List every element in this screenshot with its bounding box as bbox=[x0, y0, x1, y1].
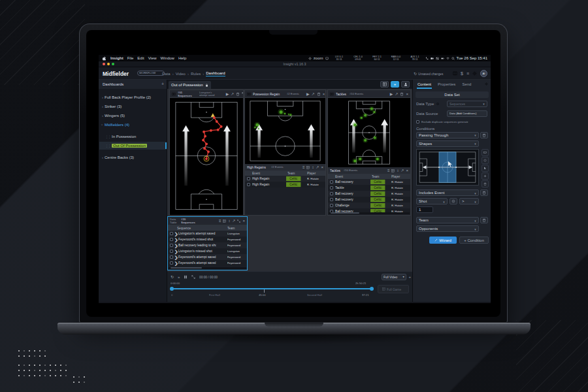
row-checkbox[interactable] bbox=[330, 204, 333, 207]
grid-view-button[interactable] bbox=[380, 81, 389, 88]
table-row[interactable]: High RegainCelticR. Hatate bbox=[245, 182, 325, 188]
fullscreen-icon[interactable] bbox=[191, 275, 195, 279]
full-game-button[interactable]: Full Game bbox=[378, 285, 409, 293]
timeline-track[interactable] bbox=[172, 288, 372, 289]
exclude-duplicates-checkbox[interactable] bbox=[416, 120, 419, 123]
sequence-row[interactable]: ›Livingston's attempt savedLivingston bbox=[168, 231, 247, 237]
sequence-row[interactable]: ›Feyenoord's attempt savedFeyenoord bbox=[168, 254, 247, 260]
tab-data-table[interactable]: DataTable bbox=[170, 218, 176, 224]
tab-content[interactable]: Content bbox=[417, 80, 432, 89]
menu-icon[interactable]: ≡ bbox=[387, 169, 390, 172]
menubar-menu-view[interactable]: View bbox=[148, 56, 157, 60]
table-row[interactable]: Ball recoveryCelticR. Hatate bbox=[328, 179, 410, 185]
sort-icon[interactable]: ↕ bbox=[228, 219, 230, 223]
share-icon[interactable]: ↗ bbox=[395, 92, 398, 96]
menubar-menu-file[interactable]: File bbox=[127, 56, 134, 60]
operator-select[interactable]: >▾ bbox=[459, 198, 479, 204]
menu-icon[interactable]: ≡ bbox=[302, 165, 305, 169]
grid-icon[interactable] bbox=[306, 166, 310, 169]
breadcrumb-data[interactable]: Data bbox=[162, 72, 171, 76]
row-checkbox[interactable] bbox=[170, 250, 173, 253]
timeline-handle-start[interactable] bbox=[170, 287, 174, 291]
sidebar-item-full-back-player-profile-2-[interactable]: ›Full Back Player Profile (2) bbox=[99, 93, 167, 101]
opponents-select[interactable]: Opponents▾ bbox=[416, 225, 479, 232]
window-titlebar[interactable]: Insight v1.16.3 bbox=[99, 61, 491, 67]
row-checkbox[interactable] bbox=[247, 183, 250, 186]
table-row[interactable]: Ball recoveryCelticR. Hatate bbox=[328, 191, 410, 197]
sidebar-item-wingers-5-[interactable]: ›Wingers (5) bbox=[99, 112, 167, 120]
sidebar-item-out-of-possession[interactable]: ⋮⋮Out Of Possession bbox=[99, 142, 167, 150]
menu-icon[interactable]: ≡ bbox=[219, 219, 221, 223]
grid-icon[interactable] bbox=[391, 169, 395, 172]
close-icon[interactable]: × bbox=[242, 219, 245, 223]
passing-through-select[interactable]: Passing Through▾ bbox=[416, 132, 479, 139]
row-expander[interactable]: › bbox=[174, 237, 178, 242]
info-icon[interactable] bbox=[436, 103, 439, 105]
sequence-row[interactable]: ›Feyenoord's missed shotFeyenoord bbox=[168, 237, 247, 242]
horizontal-scrollbar[interactable] bbox=[169, 267, 246, 269]
sequence-row[interactable]: ›Ball recovery leading to shotFeyenoord bbox=[168, 242, 247, 248]
add-condition-button[interactable]: + Condition bbox=[459, 237, 489, 244]
gear-icon[interactable] bbox=[308, 57, 312, 60]
delete-condition-button[interactable] bbox=[480, 189, 488, 196]
close-icon[interactable]: × bbox=[406, 169, 408, 172]
assign-button[interactable] bbox=[401, 81, 410, 88]
menubar-menu-edit[interactable]: Edit bbox=[137, 56, 144, 60]
menubar-menu-help[interactable]: Help bbox=[178, 56, 186, 60]
row-expander[interactable]: › bbox=[174, 248, 178, 254]
tackles-pitch[interactable] bbox=[328, 98, 410, 167]
search-icon[interactable] bbox=[451, 57, 455, 60]
share-icon[interactable]: ↗ bbox=[316, 165, 319, 169]
grid-icon[interactable] bbox=[223, 220, 226, 223]
delete-condition-button[interactable] bbox=[480, 217, 488, 223]
panel-options-icon[interactable] bbox=[485, 82, 488, 86]
add-dashboard-button[interactable]: + bbox=[161, 82, 164, 86]
row-checkbox[interactable] bbox=[330, 180, 333, 184]
list-icon[interactable]: ≡ bbox=[466, 71, 469, 76]
sequence-pitch[interactable] bbox=[170, 98, 243, 215]
row-expander[interactable]: › bbox=[174, 260, 178, 266]
tab-out-of-possession[interactable]: Out of Possession bbox=[169, 81, 211, 89]
menubar-menu-window[interactable]: Window bbox=[161, 56, 174, 60]
event-target-button[interactable] bbox=[449, 198, 457, 204]
toggles-icon[interactable] bbox=[436, 57, 439, 60]
tab-sequences-count[interactable]: #20Sequences bbox=[181, 218, 195, 224]
breadcrumb-dashboard[interactable]: Dashboard bbox=[206, 71, 225, 76]
circle-tool-button[interactable] bbox=[482, 157, 489, 164]
row-checkbox[interactable] bbox=[330, 192, 333, 195]
panel-data-table[interactable]: DataTable #20Sequences ≡ ↕ ↗ × bbox=[167, 216, 248, 270]
possession-regain-pitch[interactable] bbox=[245, 98, 325, 164]
share-icon[interactable]: ↗ bbox=[312, 92, 315, 96]
rectangle-tool-button[interactable] bbox=[482, 149, 489, 156]
data-source-select[interactable]: Data (Add Conditions)▾ bbox=[447, 110, 487, 117]
dollar-icon[interactable]: $ bbox=[461, 71, 463, 76]
operand-input[interactable]: 1 bbox=[416, 206, 433, 213]
settings-gear-icon[interactable] bbox=[472, 71, 477, 76]
row-expander[interactable]: › bbox=[174, 254, 178, 260]
row-checkbox[interactable] bbox=[170, 238, 173, 241]
sidebar-item-centre-backs-3-[interactable]: ›Centre Backs (3) bbox=[99, 154, 167, 161]
play-icon[interactable]: ▶ bbox=[390, 92, 393, 96]
cursor-tool-button[interactable] bbox=[482, 165, 489, 172]
shapes-select[interactable]: Shapes▾ bbox=[416, 140, 479, 147]
breadcrumb-video[interactable]: Video bbox=[176, 72, 186, 76]
row-checkbox[interactable] bbox=[330, 186, 333, 189]
delete-zone-tool-button[interactable] bbox=[482, 180, 489, 188]
row-checkbox[interactable] bbox=[247, 177, 250, 180]
trash-icon[interactable] bbox=[400, 92, 404, 96]
expand-icon[interactable] bbox=[237, 220, 240, 223]
add-clip-button[interactable]: + bbox=[408, 275, 411, 279]
wifi-icon[interactable] bbox=[446, 57, 449, 60]
delete-condition-button[interactable] bbox=[480, 132, 488, 139]
avatar[interactable]: AI bbox=[480, 70, 487, 77]
row-expander[interactable]: › bbox=[174, 231, 178, 237]
library-icon[interactable] bbox=[453, 71, 457, 76]
share-icon[interactable]: ↗ bbox=[232, 219, 235, 223]
close-icon[interactable]: × bbox=[323, 92, 325, 96]
menubar-zoom-app[interactable]: zoom bbox=[314, 56, 323, 60]
share-icon[interactable]: ↗ bbox=[400, 169, 404, 172]
sidebar-item-midfielders-4-[interactable]: ›Midfielders (4) bbox=[99, 121, 167, 129]
table-row[interactable]: Ball recoveryCelticR. Hatate bbox=[328, 197, 410, 203]
breadcrumb-rules[interactable]: Rules bbox=[191, 72, 201, 76]
add-panel-button[interactable]: + bbox=[391, 81, 399, 88]
